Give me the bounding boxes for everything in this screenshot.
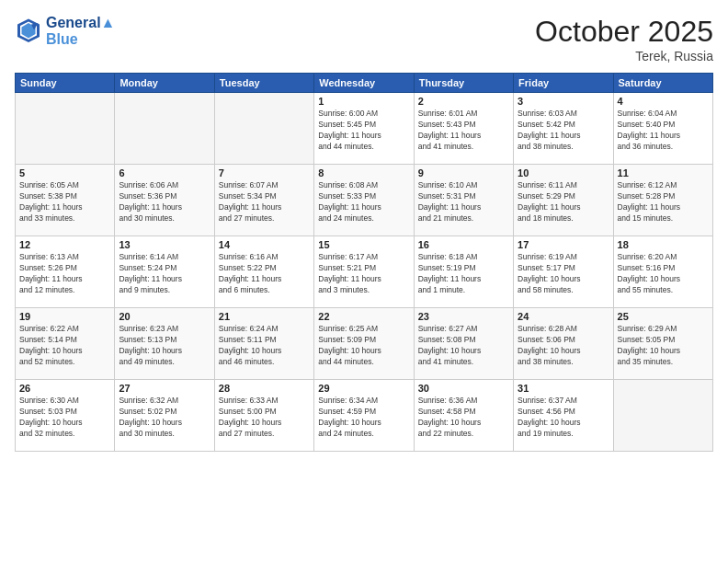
day-info: Sunrise: 6:19 AM Sunset: 5:17 PM Dayligh…	[518, 252, 609, 296]
day-number: 25	[618, 311, 709, 322]
day-number: 18	[618, 239, 709, 250]
day-info: Sunrise: 6:37 AM Sunset: 4:56 PM Dayligh…	[518, 396, 609, 440]
day-number: 12	[19, 239, 110, 250]
day-info: Sunrise: 6:07 AM Sunset: 5:34 PM Dayligh…	[219, 180, 310, 224]
location: Terek, Russia	[535, 49, 713, 63]
calendar-week-1: 1Sunrise: 6:00 AM Sunset: 5:45 PM Daylig…	[16, 93, 713, 165]
day-info: Sunrise: 6:01 AM Sunset: 5:43 PM Dayligh…	[418, 109, 509, 153]
calendar-cell: 29Sunrise: 6:34 AM Sunset: 4:59 PM Dayli…	[314, 380, 414, 452]
day-info: Sunrise: 6:32 AM Sunset: 5:02 PM Dayligh…	[119, 396, 210, 440]
calendar-cell	[613, 380, 712, 452]
day-info: Sunrise: 6:33 AM Sunset: 5:00 PM Dayligh…	[219, 396, 310, 440]
day-number: 6	[119, 167, 210, 178]
day-info: Sunrise: 6:13 AM Sunset: 5:26 PM Dayligh…	[19, 252, 110, 296]
calendar-cell	[115, 93, 214, 165]
day-number: 24	[518, 311, 609, 322]
day-number: 30	[418, 383, 509, 394]
page: General▲ Blue October 2025 Terek, Russia…	[0, 0, 728, 563]
day-number: 19	[19, 311, 110, 322]
day-number: 28	[219, 383, 310, 394]
day-info: Sunrise: 6:18 AM Sunset: 5:19 PM Dayligh…	[418, 252, 509, 296]
day-info: Sunrise: 6:08 AM Sunset: 5:33 PM Dayligh…	[318, 180, 409, 224]
calendar-cell: 1Sunrise: 6:00 AM Sunset: 5:45 PM Daylig…	[314, 93, 414, 165]
calendar-cell: 15Sunrise: 6:17 AM Sunset: 5:21 PM Dayli…	[314, 236, 414, 308]
day-info: Sunrise: 6:16 AM Sunset: 5:22 PM Dayligh…	[219, 252, 310, 296]
day-info: Sunrise: 6:25 AM Sunset: 5:09 PM Dayligh…	[318, 324, 409, 368]
day-info: Sunrise: 6:04 AM Sunset: 5:40 PM Dayligh…	[618, 109, 709, 153]
calendar-cell: 31Sunrise: 6:37 AM Sunset: 4:56 PM Dayli…	[514, 380, 613, 452]
calendar-cell: 24Sunrise: 6:28 AM Sunset: 5:06 PM Dayli…	[514, 308, 613, 380]
calendar-cell: 8Sunrise: 6:08 AM Sunset: 5:33 PM Daylig…	[314, 165, 414, 236]
day-number: 4	[618, 96, 709, 107]
col-friday: Friday	[514, 74, 613, 93]
col-monday: Monday	[115, 74, 214, 93]
day-number: 17	[518, 239, 609, 250]
title-block: October 2025 Terek, Russia	[535, 15, 713, 63]
day-info: Sunrise: 6:34 AM Sunset: 4:59 PM Dayligh…	[318, 396, 409, 440]
calendar-cell: 3Sunrise: 6:03 AM Sunset: 5:42 PM Daylig…	[514, 93, 613, 165]
day-number: 7	[219, 167, 310, 178]
day-info: Sunrise: 6:03 AM Sunset: 5:42 PM Dayligh…	[518, 109, 609, 153]
logo-icon	[15, 17, 42, 45]
calendar-cell: 28Sunrise: 6:33 AM Sunset: 5:00 PM Dayli…	[214, 380, 313, 452]
logo: General▲ Blue	[15, 15, 115, 48]
calendar-cell: 21Sunrise: 6:24 AM Sunset: 5:11 PM Dayli…	[214, 308, 313, 380]
day-number: 9	[418, 167, 509, 178]
calendar-cell: 30Sunrise: 6:36 AM Sunset: 4:58 PM Dayli…	[414, 380, 513, 452]
day-info: Sunrise: 6:28 AM Sunset: 5:06 PM Dayligh…	[518, 324, 609, 368]
calendar-cell: 10Sunrise: 6:11 AM Sunset: 5:29 PM Dayli…	[514, 165, 613, 236]
day-info: Sunrise: 6:36 AM Sunset: 4:58 PM Dayligh…	[418, 396, 509, 440]
calendar-cell: 2Sunrise: 6:01 AM Sunset: 5:43 PM Daylig…	[414, 93, 513, 165]
day-info: Sunrise: 6:24 AM Sunset: 5:11 PM Dayligh…	[219, 324, 310, 368]
day-number: 23	[418, 311, 509, 322]
day-number: 8	[318, 167, 409, 178]
calendar-cell: 6Sunrise: 6:06 AM Sunset: 5:36 PM Daylig…	[115, 165, 214, 236]
day-info: Sunrise: 6:20 AM Sunset: 5:16 PM Dayligh…	[618, 252, 709, 296]
calendar-cell: 18Sunrise: 6:20 AM Sunset: 5:16 PM Dayli…	[613, 236, 712, 308]
calendar-cell: 14Sunrise: 6:16 AM Sunset: 5:22 PM Dayli…	[214, 236, 313, 308]
day-info: Sunrise: 6:06 AM Sunset: 5:36 PM Dayligh…	[119, 180, 210, 224]
calendar-cell: 17Sunrise: 6:19 AM Sunset: 5:17 PM Dayli…	[514, 236, 613, 308]
col-thursday: Thursday	[414, 74, 513, 93]
calendar-cell: 11Sunrise: 6:12 AM Sunset: 5:28 PM Dayli…	[613, 165, 712, 236]
calendar-cell: 9Sunrise: 6:10 AM Sunset: 5:31 PM Daylig…	[414, 165, 513, 236]
day-info: Sunrise: 6:17 AM Sunset: 5:21 PM Dayligh…	[318, 252, 409, 296]
day-info: Sunrise: 6:11 AM Sunset: 5:29 PM Dayligh…	[518, 180, 609, 224]
logo-text: General▲ Blue	[46, 15, 115, 48]
month-title: October 2025	[535, 15, 713, 49]
calendar-cell: 25Sunrise: 6:29 AM Sunset: 5:05 PM Dayli…	[613, 308, 712, 380]
day-number: 27	[119, 383, 210, 394]
day-number: 1	[318, 96, 409, 107]
calendar-week-5: 26Sunrise: 6:30 AM Sunset: 5:03 PM Dayli…	[16, 380, 713, 452]
day-number: 2	[418, 96, 509, 107]
day-number: 16	[418, 239, 509, 250]
calendar-cell	[214, 93, 313, 165]
calendar-cell	[16, 93, 115, 165]
day-info: Sunrise: 6:22 AM Sunset: 5:14 PM Dayligh…	[19, 324, 110, 368]
calendar-cell: 5Sunrise: 6:05 AM Sunset: 5:38 PM Daylig…	[16, 165, 115, 236]
calendar-week-3: 12Sunrise: 6:13 AM Sunset: 5:26 PM Dayli…	[16, 236, 713, 308]
day-info: Sunrise: 6:23 AM Sunset: 5:13 PM Dayligh…	[119, 324, 210, 368]
day-number: 11	[618, 167, 709, 178]
calendar-cell: 26Sunrise: 6:30 AM Sunset: 5:03 PM Dayli…	[16, 380, 115, 452]
day-info: Sunrise: 6:12 AM Sunset: 5:28 PM Dayligh…	[618, 180, 709, 224]
day-number: 31	[518, 383, 609, 394]
day-number: 13	[119, 239, 210, 250]
col-sunday: Sunday	[16, 74, 115, 93]
calendar-cell: 22Sunrise: 6:25 AM Sunset: 5:09 PM Dayli…	[314, 308, 414, 380]
col-saturday: Saturday	[613, 74, 712, 93]
day-info: Sunrise: 6:05 AM Sunset: 5:38 PM Dayligh…	[19, 180, 110, 224]
day-number: 14	[219, 239, 310, 250]
day-info: Sunrise: 6:30 AM Sunset: 5:03 PM Dayligh…	[19, 396, 110, 440]
calendar-week-2: 5Sunrise: 6:05 AM Sunset: 5:38 PM Daylig…	[16, 165, 713, 236]
col-wednesday: Wednesday	[314, 74, 414, 93]
calendar-cell: 4Sunrise: 6:04 AM Sunset: 5:40 PM Daylig…	[613, 93, 712, 165]
header: General▲ Blue October 2025 Terek, Russia	[15, 15, 713, 63]
calendar-cell: 7Sunrise: 6:07 AM Sunset: 5:34 PM Daylig…	[214, 165, 313, 236]
calendar-cell: 27Sunrise: 6:32 AM Sunset: 5:02 PM Dayli…	[115, 380, 214, 452]
calendar-cell: 16Sunrise: 6:18 AM Sunset: 5:19 PM Dayli…	[414, 236, 513, 308]
calendar-cell: 19Sunrise: 6:22 AM Sunset: 5:14 PM Dayli…	[16, 308, 115, 380]
calendar-cell: 12Sunrise: 6:13 AM Sunset: 5:26 PM Dayli…	[16, 236, 115, 308]
day-number: 20	[119, 311, 210, 322]
day-info: Sunrise: 6:14 AM Sunset: 5:24 PM Dayligh…	[119, 252, 210, 296]
